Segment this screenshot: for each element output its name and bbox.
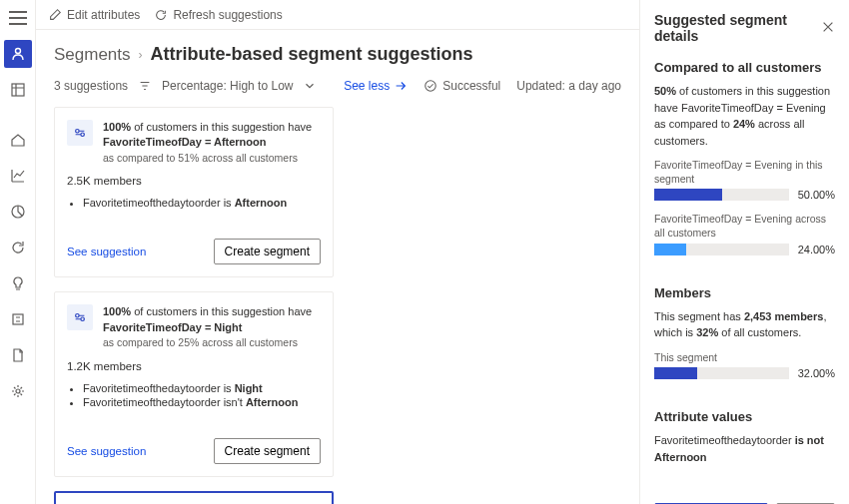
svg-point-4 (16, 389, 20, 393)
suggestion-card[interactable]: 50% of customers in this suggestion have… (54, 491, 334, 504)
subheader: 3 suggestions Percentage: High to Low Se… (54, 79, 621, 93)
members-header: Members (654, 285, 835, 300)
segment-icon (67, 120, 93, 146)
see-less-label: See less (344, 79, 390, 93)
card-headline: 100% of customers in this suggestion hav… (103, 304, 321, 349)
nav-refresh-icon[interactable] (4, 234, 32, 261)
compared-text: 50% of customers in this suggestion have… (654, 83, 835, 149)
bar2-value: 24.00% (795, 244, 835, 255)
create-segment-button[interactable]: Create segment (214, 239, 321, 264)
segment-icon (67, 304, 93, 330)
details-panel: Suggested segment details Compared to al… (639, 0, 849, 504)
svg-point-7 (81, 133, 85, 137)
svg-point-8 (76, 314, 80, 318)
bar3-value: 32.00% (795, 367, 835, 379)
status-label: Successful (442, 79, 500, 93)
breadcrumb-parent[interactable]: Segments (54, 45, 131, 65)
compared-header: Compared to all customers (654, 60, 835, 75)
attr-values-header: Attribute values (654, 409, 835, 424)
attr-values-text: Favoritetimeofthedaytoorder is not After… (654, 432, 835, 465)
card-rules: Favoritetimeofthedaytoorder is NightFavo… (67, 382, 321, 410)
nav-insights-icon[interactable] (4, 269, 32, 297)
status-badge: Successful (424, 79, 500, 93)
create-segment-button[interactable]: Create segment (214, 438, 321, 464)
left-nav-rail (0, 0, 36, 504)
svg-point-6 (76, 130, 80, 134)
check-circle-icon (424, 79, 437, 93)
members-text: This segment has 2,453 members, which is… (654, 308, 835, 341)
suggestion-card[interactable]: 100% of customers in this suggestion hav… (54, 291, 334, 476)
rule-item: Favoritetimeofthedaytoorder isn't Aftern… (83, 396, 321, 408)
svg-point-5 (425, 81, 436, 92)
bar3-label: This segment (654, 351, 835, 365)
bar1-track (654, 189, 789, 201)
see-less-link[interactable]: See less (344, 79, 408, 93)
breadcrumb: Segments › Attribute-based segment sugge… (54, 44, 621, 65)
suggestion-card[interactable]: 100% of customers in this suggestion hav… (54, 107, 334, 277)
svg-point-0 (15, 49, 20, 54)
updated-label: Updated: a day ago (516, 79, 621, 93)
edit-attributes-label: Edit attributes (67, 8, 140, 22)
nav-customers-icon[interactable] (4, 40, 32, 68)
rule-item: Favoritetimeofthedaytoorder is Afternoon (83, 197, 321, 209)
bar3-track (654, 367, 789, 379)
edit-attributes-button[interactable]: Edit attributes (48, 8, 140, 22)
bar2-track (654, 244, 789, 255)
nav-data-icon[interactable] (4, 76, 32, 104)
card-members: 1.2K members (67, 360, 321, 372)
nav-export-icon[interactable] (4, 341, 32, 369)
card-headline: 100% of customers in this suggestion hav… (103, 120, 321, 165)
bar1-fill (654, 189, 722, 201)
svg-rect-1 (12, 84, 24, 96)
close-icon[interactable] (821, 20, 835, 37)
sort-icon[interactable] (138, 79, 152, 93)
bar3-fill (654, 367, 697, 379)
panel-title: Suggested segment details (654, 12, 821, 44)
bar1-value: 50.00% (795, 189, 835, 201)
sort-label[interactable]: Percentage: High to Low (162, 79, 293, 93)
page-title: Attribute-based segment suggestions (151, 44, 473, 65)
svg-point-9 (81, 317, 85, 321)
chevron-down-icon[interactable] (303, 79, 317, 93)
bar1-label: FavoriteTimeofDay = Evening in this segm… (654, 159, 835, 186)
bar2-label: FavoriteTimeofDay = Evening across all c… (654, 213, 835, 240)
refresh-suggestions-button[interactable]: Refresh suggestions (154, 8, 282, 22)
nav-segments-icon[interactable] (4, 198, 32, 226)
toolbar: Edit attributes Refresh suggestions (36, 0, 639, 30)
card-rules: Favoritetimeofthedaytoorder is Afternoon (67, 197, 321, 211)
hamburger-menu[interactable] (4, 4, 32, 32)
see-suggestion-link[interactable]: See suggestion (67, 246, 146, 257)
bar2-fill (654, 244, 686, 255)
svg-rect-3 (13, 314, 23, 324)
breadcrumb-separator: › (139, 48, 143, 62)
refresh-suggestions-label: Refresh suggestions (173, 8, 282, 22)
suggestion-count: 3 suggestions (54, 79, 128, 93)
nav-home-icon[interactable] (4, 126, 32, 154)
see-suggestion-link[interactable]: See suggestion (67, 445, 146, 457)
nav-measures-icon[interactable] (4, 162, 32, 190)
card-members: 2.5K members (67, 175, 321, 187)
nav-enrichment-icon[interactable] (4, 305, 32, 333)
rule-item: Favoritetimeofthedaytoorder is Night (83, 382, 321, 394)
nav-settings-icon[interactable] (4, 377, 32, 405)
